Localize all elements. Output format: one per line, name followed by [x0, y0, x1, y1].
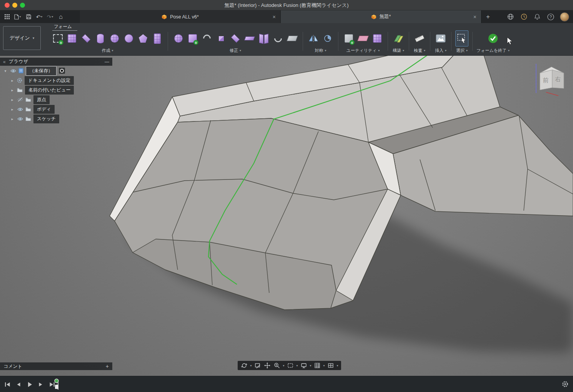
component-color-badge[interactable] — [59, 68, 65, 74]
finish-form-icon[interactable] — [486, 30, 500, 47]
orbit-icon[interactable] — [240, 361, 249, 370]
orbit-caret-icon[interactable]: ▾ — [249, 364, 253, 367]
measure-icon[interactable] — [413, 30, 426, 47]
display-settings-icon[interactable] — [299, 361, 308, 370]
browser-row-named-views[interactable]: ▸ 名前の付いたビュー — [0, 85, 112, 95]
grid-snap-caret-icon[interactable]: ▾ — [322, 364, 326, 367]
redo-icon[interactable]: ↷ ▾ — [45, 12, 55, 22]
bevel-edge-icon[interactable] — [229, 30, 242, 47]
select-icon[interactable] — [455, 30, 468, 47]
expand-caret-icon[interactable]: ▸ — [10, 98, 15, 102]
comments-bar[interactable]: コメント + — [0, 362, 112, 370]
expand-caret-icon[interactable]: ▾ — [3, 69, 8, 73]
create-extrude-icon[interactable] — [151, 30, 164, 47]
notifications-bell-icon[interactable] — [533, 13, 541, 21]
row-label[interactable]: ドキュメントの設定 — [25, 76, 74, 85]
display-mode-icon[interactable]: + — [342, 30, 355, 47]
skip-to-start-icon[interactable] — [4, 381, 11, 388]
job-status-clock-icon[interactable] — [520, 13, 528, 21]
app-menu-icon[interactable] — [2, 12, 12, 22]
merge-edge-icon[interactable] — [272, 30, 285, 47]
minimize-panel-icon[interactable]: — — [105, 59, 109, 65]
help-icon[interactable]: ? — [546, 13, 555, 21]
utilities-menu-button[interactable]: ユーティリティ ▾ — [346, 48, 380, 55]
expand-caret-icon[interactable]: ▸ — [10, 88, 15, 92]
document-name-label[interactable]: （未保存） — [26, 66, 57, 76]
tab-close-icon[interactable]: × — [273, 14, 276, 20]
split-body-icon[interactable] — [257, 30, 270, 47]
create-box-icon[interactable] — [65, 30, 78, 47]
mirror-symmetry-icon[interactable] — [307, 30, 320, 47]
document-tab-pose-all[interactable]: Pose ALL v6* × — [80, 10, 281, 23]
insert-point-icon[interactable]: + — [186, 30, 199, 47]
convert-icon[interactable] — [371, 30, 384, 47]
insert-menu-button[interactable]: 挿入 ▾ — [435, 48, 446, 55]
expand-caret-icon[interactable]: ▸ — [10, 117, 15, 121]
display-settings-caret-icon[interactable]: ▾ — [309, 364, 312, 367]
browser-row-document-settings[interactable]: ▸ ドキュメントの設定 — [0, 76, 112, 85]
play-icon[interactable] — [26, 381, 33, 388]
viewports-caret-icon[interactable]: ▾ — [336, 364, 339, 367]
new-tab-button[interactable]: + — [481, 10, 495, 23]
extensions-globe-icon[interactable] — [506, 13, 515, 21]
collapse-panel-icon[interactable]: « — [3, 59, 6, 65]
repair-body-icon[interactable] — [356, 30, 370, 47]
bridge-icon[interactable] — [200, 30, 213, 47]
row-label[interactable]: 原点 — [33, 95, 50, 104]
row-label[interactable]: 名前の付いたビュー — [25, 86, 74, 95]
workspace-switcher-button[interactable]: デザイン ▾ — [3, 26, 41, 50]
pan-icon[interactable] — [263, 361, 272, 370]
zoom-icon[interactable] — [272, 361, 282, 370]
create-plane-icon[interactable] — [80, 30, 93, 47]
step-back-icon[interactable] — [15, 381, 22, 388]
browser-row-bodies[interactable]: ▸ ボディ — [0, 105, 112, 114]
zoom-caret-icon[interactable]: ▾ — [282, 364, 285, 367]
create-quadball-icon[interactable] — [137, 30, 150, 47]
select-menu-button[interactable]: 選択 ▾ — [456, 48, 468, 55]
create-menu-button[interactable]: 作成 ▾ — [102, 48, 113, 55]
zoom-window-icon[interactable] — [286, 361, 295, 370]
undo-icon[interactable]: ↶ ▾ — [34, 12, 44, 22]
visibility-eye-off-icon[interactable] — [17, 96, 23, 103]
grid-snap-icon[interactable] — [313, 361, 322, 370]
add-comment-icon[interactable]: + — [106, 363, 109, 369]
construct-menu-button[interactable]: 構築 ▾ — [393, 48, 404, 55]
modify-edit-form-icon[interactable] — [172, 30, 185, 47]
visibility-eye-icon[interactable] — [17, 106, 23, 112]
visibility-eye-icon[interactable] — [10, 68, 16, 74]
document-tab-untitled[interactable]: 無題* × — [281, 10, 481, 23]
viewports-icon[interactable] — [326, 361, 335, 370]
row-label[interactable]: ボディ — [33, 105, 55, 114]
save-icon[interactable] — [23, 12, 33, 22]
browser-row-origin[interactable]: ▸ 原点 — [0, 95, 112, 104]
expand-caret-icon[interactable]: ▸ — [10, 107, 15, 111]
create-torus-icon[interactable] — [122, 30, 135, 47]
thicken-icon[interactable] — [286, 30, 299, 47]
new-design-icon[interactable]: ▾ — [13, 12, 23, 22]
create-sphere-icon[interactable] — [108, 30, 121, 47]
step-forward-icon[interactable] — [37, 381, 44, 388]
construct-plane-icon[interactable] — [392, 30, 405, 47]
slide-edge-icon[interactable] — [243, 30, 256, 47]
look-at-icon[interactable] — [253, 361, 262, 370]
user-avatar[interactable] — [560, 12, 569, 22]
browser-row-sketches[interactable]: ▸ スケッチ — [0, 114, 112, 123]
timeline-position-marker[interactable] — [54, 378, 62, 392]
circular-symmetry-icon[interactable] — [321, 30, 334, 47]
home-icon[interactable]: ⌂ — [56, 12, 66, 22]
symmetry-menu-button[interactable]: 対称 ▾ — [315, 48, 326, 55]
modify-menu-button[interactable]: 修正 ▾ — [230, 48, 241, 55]
browser-row-document[interactable]: ▾ （未保存） — [0, 66, 112, 75]
finish-form-button[interactable]: フォームを終了 ▾ — [476, 48, 510, 55]
tab-close-icon[interactable]: × — [473, 14, 476, 20]
inspect-menu-button[interactable]: 検査 ▾ — [414, 48, 425, 55]
visibility-eye-icon[interactable] — [17, 116, 23, 122]
create-cylinder-icon[interactable] — [94, 30, 107, 47]
zoom-window-caret-icon[interactable]: ▾ — [295, 364, 299, 367]
edit-form-icon[interactable]: + — [51, 30, 64, 47]
row-label[interactable]: スケッチ — [33, 115, 59, 123]
crease-icon[interactable] — [215, 30, 228, 47]
view-cube[interactable]: 前 右 — [534, 62, 569, 98]
expand-caret-icon[interactable]: ▸ — [10, 78, 15, 83]
insert-image-icon[interactable] — [434, 30, 447, 47]
